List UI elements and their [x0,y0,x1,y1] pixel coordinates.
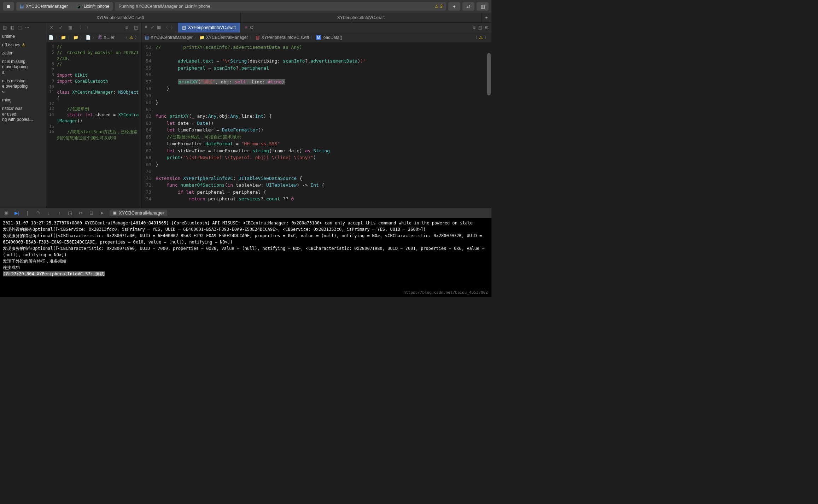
back-icon[interactable]: 〈 [124,35,128,41]
crumb[interactable]: XYCBCentralManager [206,35,248,40]
folder-icon: 📁 [61,35,66,40]
scrollbar[interactable] [487,42,491,208]
back-icon[interactable]: 〈 [76,25,82,31]
issue-msg[interactable]: ristics' was er used; ng with boolea... [0,105,46,124]
warning-badge[interactable]: ⚠ 3 [435,4,443,9]
stop-icon: ◼ [7,4,10,9]
code-editor[interactable]: 52// printXY(scanInfo?.advertisementData… [141,42,491,208]
expand-icon[interactable]: ⤢ [58,25,64,30]
memory-icon[interactable]: ✂ [78,210,83,216]
expand-icon[interactable]: ⤢ [151,25,154,31]
stop-button[interactable]: ◼ [3,2,14,11]
assistant-editor: ✕ ⤢ ▦ 〈 〉 ≡ ▤ 📄〉 📁〉 📁〉 📄〉 Ⓒ X…er 〈 ⚠ 〉 4… [46,23,141,208]
lines-icon[interactable]: ≡ [123,25,130,30]
nav-icon[interactable]: ◧ [10,25,14,30]
issue-loc[interactable]: zation [0,49,46,58]
nav-icon[interactable]: ▤ [3,25,7,30]
tab-label: XYPeripheralInfoVC.swift [337,15,385,20]
library-button[interactable]: ⇄ [462,2,474,11]
lines-icon[interactable]: ≡ [473,25,475,30]
window-tab-left[interactable]: XYPeripheralInfoVC.swift [0,13,241,22]
toggle-breakpoints-icon[interactable]: ▣ [4,210,9,216]
swift-file-icon: ▤ [182,25,186,30]
editor-tab[interactable]: ⚛ C [240,23,258,33]
close-icon[interactable]: ✕ [144,25,148,31]
console-line: 连接成功 [3,264,489,271]
forward-icon[interactable]: 〉 [484,35,489,41]
app-icon: ▣ [112,210,117,216]
watermark: https://blog.csdn.net/baidu_40537062 [404,290,488,296]
console-line: 发现服务的特征Optional([<CBCharacteristic: 0x28… [3,233,489,245]
scheme-name: XYCBCentralManager [26,4,68,9]
forward-icon[interactable]: 〉 [171,25,175,31]
tab-label: C [250,25,253,30]
debug-console[interactable]: 2021-01-07 18:27:25.377370+0800 XYCBCent… [0,218,491,297]
scrollbar-thumb[interactable] [487,53,491,95]
warning-count: 3 [440,4,443,9]
step-out-icon[interactable]: ↑ [57,210,62,216]
issue-runtime[interactable]: untime [0,33,46,41]
method-icon: M [316,35,321,40]
console-line: 发现了外设的所有特征，准备就绪 [3,258,489,264]
grid-icon[interactable]: ▦ [157,25,161,31]
crumb[interactable]: XYPeripheralInfoVC.swift [261,35,309,40]
back-icon[interactable]: 〈 [164,25,168,31]
project-icon: ▤ [144,35,149,40]
debug-view-icon[interactable]: ◲ [67,210,73,216]
console-line: 18:27:29.804 XYPeripheralInfoVC 57: 测试 [3,271,489,277]
issue-msg[interactable]: nt is missing, e overlapping s. [0,58,46,77]
crumb[interactable]: XYCBCentralManager [151,35,193,40]
adjust-icon[interactable]: ▤ [133,25,139,30]
console-line: 发现外设的服务Optional([<CBService: 0x28313fdc0… [3,226,489,233]
sidebar-icon: ▥ [480,4,485,9]
add-tab-button[interactable]: + [481,13,491,22]
folder-icon: 📁 [73,35,78,40]
activity-status: Running XYCBCentralManager on Lixin的ipho… [115,2,446,11]
issues-navigator: ▤ ◧ ⬚ ⋯ untime r 3 issues⚠ zation nt is … [0,23,46,208]
swift-file-icon: ▤ [255,35,260,40]
issue-msg[interactable]: nt is missing, e overlapping s. [0,77,46,96]
file-icon: 📄 [86,35,91,40]
issue-warning[interactable]: rning [0,96,46,105]
pause-icon[interactable]: ‖ [25,210,30,216]
main-area: ▤ ◧ ⬚ ⋯ untime r 3 issues⚠ zation nt is … [0,23,491,208]
adjust-icon[interactable]: ▤ [478,25,482,30]
folder-icon: 📄 [48,35,54,40]
forward-icon[interactable]: 〉 [85,25,92,31]
c-icon: ⚛ [244,25,248,30]
crumb[interactable]: loadData() [322,35,342,40]
window-tab-strip: XYPeripheralInfoVC.swift XYPeripheralInf… [0,13,491,23]
mini-code-area[interactable]: 4//5// Created by macvivi on 2020/12/30.… [46,42,141,208]
tab-label: XYPeripheralInfoVC.swift [188,25,236,30]
step-into-icon[interactable]: ↓ [46,210,52,216]
nav-icon[interactable]: ⋯ [25,25,29,30]
editor-tab-active[interactable]: ▤ XYPeripheralInfoVC.swift [178,23,240,33]
jump-bar[interactable]: ▤ XYCBCentralManager 〉 📁 XYCBCentralMana… [141,33,491,42]
debug-process[interactable]: ▣ XYCBCentralManager [110,210,167,216]
forward-icon[interactable]: 〉 [135,35,139,41]
grid-icon[interactable]: ▦ [67,25,73,30]
console-line: 发现服务的特征Optional([<CBCharacteristic: 0x28… [3,245,489,258]
chevron-right-icon: 〉 [70,4,74,10]
add-button[interactable]: + [448,2,460,11]
step-over-icon[interactable]: ↷ [35,210,41,216]
editor-tab-bar: ✕ ⤢ ▦ 〈 〉 ▤ XYPeripheralInfoVC.swift ⚛ C… [141,23,491,33]
class-icon: Ⓒ [98,35,102,41]
device-icon: 📱 [76,4,82,9]
box-icon[interactable]: ⊞ [485,25,489,30]
mini-jump-bar[interactable]: 📄〉 📁〉 📁〉 📄〉 Ⓒ X…er 〈 ⚠ 〉 [46,33,141,42]
close-icon[interactable]: ✕ [48,25,55,30]
nav-icon[interactable]: ⬚ [18,25,22,30]
mini-editor-toolbar: ✕ ⤢ ▦ 〈 〉 ≡ ▤ [46,23,141,33]
window-tab-right[interactable]: XYPeripheralInfoVC.swift [241,13,481,22]
location-icon[interactable]: ➤ [99,210,105,216]
back-icon[interactable]: 〈 [473,35,478,41]
arrows-icon: ⇄ [466,4,471,9]
continue-icon[interactable]: ▶| [14,210,20,216]
folder-icon: 📁 [200,35,205,40]
issue-count[interactable]: r 3 issues⚠ [0,41,46,49]
simulate-icon[interactable]: ⊟ [88,210,94,216]
panels-button[interactable]: ▥ [477,2,489,11]
scheme-selector[interactable]: ▤ XYCBCentralManager 〉 📱 Lixin的iphone [16,2,113,11]
navigator-selector[interactable]: ▤ ◧ ⬚ ⋯ [0,23,46,33]
